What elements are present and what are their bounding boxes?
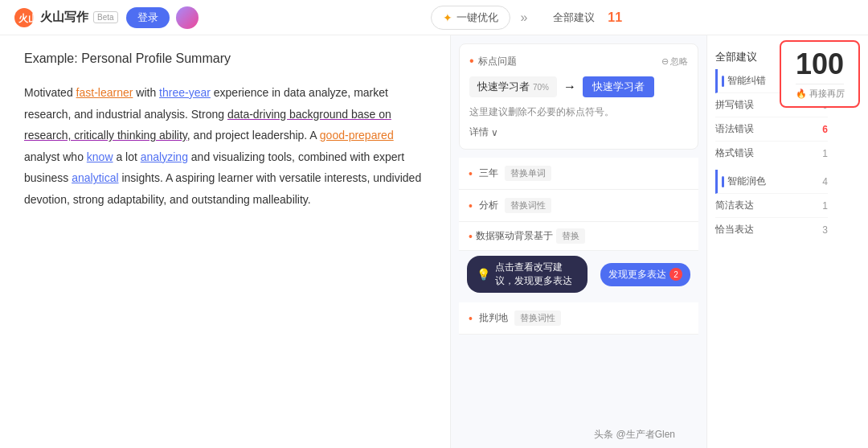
card-hint: 这里建议删除不必要的标点符号。: [469, 105, 688, 119]
appropriate-label: 恰当表达: [715, 223, 754, 236]
word-options: 快速学习者 70% → 快速学习者: [469, 76, 688, 97]
word-original: 快速学习者 70%: [469, 76, 557, 97]
dot-icon: •: [469, 167, 473, 180]
suggestion-action[interactable]: 替换单词: [505, 166, 551, 181]
fire-icon: 🔥: [796, 88, 807, 99]
word-suggested[interactable]: 快速学习者: [583, 76, 654, 97]
right-item-grammar[interactable]: 语法错误 6: [715, 117, 828, 142]
user-avatar: [176, 6, 199, 29]
dot-icon: •: [469, 199, 473, 212]
arrow-icon: →: [563, 80, 576, 94]
ignore-button[interactable]: ⊖ 忽略: [661, 55, 688, 68]
doc-title: Example: Personal Profile Summary: [24, 51, 426, 66]
suggestion-label: 批判地: [479, 311, 508, 325]
format-label: 格式错误: [715, 146, 754, 160]
more-button[interactable]: »: [520, 10, 527, 25]
right-item-polish-title[interactable]: 智能润色 4: [715, 170, 828, 194]
orange-dot: •: [469, 54, 474, 68]
header-center: ✦ 一键优化 » 全部建议 11: [199, 6, 855, 30]
suggestion-label: 三年: [479, 166, 498, 180]
score-number: 100: [791, 48, 849, 80]
suggestion-panel: • 标点问题 ⊖ 忽略 快速学习者 70% → 快速学习者 这里建议删除不必要的…: [450, 35, 707, 448]
suggestion-action[interactable]: 替换词性: [505, 198, 551, 213]
right-item-format[interactable]: 格式错误 1: [715, 142, 828, 165]
card-header: • 标点问题 ⊖ 忽略: [469, 54, 688, 68]
detail-toggle[interactable]: 详情 ∨: [469, 125, 688, 139]
spelling-label: 拼写错误: [715, 98, 754, 112]
grammar-label: 语法错误: [715, 122, 754, 136]
discover-badge: 2: [669, 268, 682, 281]
svg-text:火山: 火山: [18, 13, 35, 24]
blue-bar-2: 智能润色: [722, 175, 766, 188]
star-icon: ✦: [443, 11, 452, 24]
highlight-analytical: analytical: [72, 171, 118, 184]
list-item-tooltip-row: • 数据驱动背景基于 替换: [459, 222, 698, 251]
appropriate-count: 3: [822, 224, 828, 236]
optimize-button[interactable]: ✦ 一键优化: [431, 6, 510, 30]
bulb-icon: 💡: [477, 268, 490, 281]
optimize-label: 一键优化: [457, 10, 498, 25]
score-divider: [796, 84, 844, 84]
highlight-know: know: [87, 150, 113, 163]
suggestions-count: 11: [608, 10, 622, 25]
logo-icon: 火山: [13, 6, 35, 29]
logo-text: 火山写作: [40, 10, 88, 25]
right-item-concise[interactable]: 简洁表达 1: [715, 194, 828, 218]
list-item: • 分析 替换词性: [459, 190, 698, 222]
concise-label: 简洁表达: [715, 199, 754, 212]
format-count: 1: [822, 148, 828, 159]
suggestions-label: 全部建议: [553, 10, 595, 25]
main-area: Example: Personal Profile Summary Motiva…: [0, 35, 868, 448]
suggestion-card-main: • 标点问题 ⊖ 忽略 快速学习者 70% → 快速学习者 这里建议删除不必要的…: [459, 43, 698, 150]
discover-button[interactable]: 发现更多表达 2: [600, 263, 690, 286]
score-box: 100 🔥 再接再厉: [780, 40, 860, 108]
highlight-good-prepared: good-prepared: [320, 129, 394, 142]
right-section-polish: 智能润色 4 简洁表达 1 恰当表达 3: [715, 170, 828, 241]
concise-count: 1: [822, 200, 828, 212]
right-item-appropriate[interactable]: 恰当表达 3: [715, 218, 828, 241]
card-tag: • 标点问题: [469, 54, 517, 68]
suggestion-label: 分析: [479, 199, 498, 212]
suggestion-action[interactable]: 替换: [556, 228, 585, 244]
dot-icon: •: [469, 230, 473, 243]
highlight-three-year: three-year: [159, 86, 211, 99]
header: 火山 火山写作 Beta 登录 ✦ 一键优化 » 全部建议 11: [0, 0, 868, 35]
polish-count: 4: [822, 176, 828, 187]
suggestion-label: 数据驱动背景基于: [476, 229, 553, 243]
list-item: • 批判地 替换词性: [459, 302, 698, 335]
grammar-count: 6: [822, 124, 828, 135]
tooltip-popup: 💡 点击查看改写建议，发现更多表达: [467, 256, 588, 293]
logo-area: 火山 火山写作 Beta: [13, 6, 118, 29]
beta-badge: Beta: [93, 11, 118, 23]
dot-icon: •: [469, 312, 473, 325]
polish-label: 智能润色: [727, 175, 766, 187]
content-area: Example: Personal Profile Summary Motiva…: [0, 35, 450, 448]
score-subtitle: 🔥 再接再厉: [791, 88, 849, 100]
doc-text: Motivated fast-learner with three-year e…: [24, 82, 426, 211]
watermark: 头条 @生产者Glen: [594, 428, 675, 442]
correction-label: 智能纠错: [727, 75, 766, 86]
chevron-down-icon: ∨: [491, 127, 498, 138]
list-item: • 三年 替换单词: [459, 158, 698, 190]
highlight-analyzing: analyzing: [141, 150, 188, 163]
login-button[interactable]: 登录: [126, 7, 170, 28]
ignore-icon: ⊖: [661, 56, 669, 67]
suggestion-action[interactable]: 替换词性: [514, 310, 561, 326]
blue-bar: 智能纠错: [722, 74, 766, 88]
highlight-fast-learner: fast-learner: [76, 86, 133, 99]
tooltip-row: 💡 点击查看改写建议，发现更多表达 发现更多表达 2: [459, 251, 698, 298]
right-all-label: 全部建议: [715, 50, 757, 64]
